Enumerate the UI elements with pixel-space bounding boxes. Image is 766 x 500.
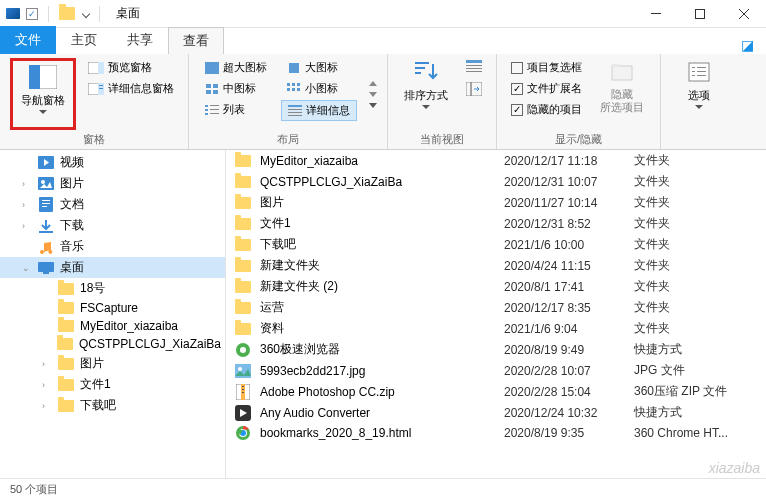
details-pane-button[interactable]: 详细信息窗格: [84, 79, 178, 98]
view-details[interactable]: 详细信息: [281, 100, 357, 121]
scroll-up-icon[interactable]: [369, 81, 377, 86]
view-list[interactable]: 列表: [199, 100, 273, 119]
expand-arrow[interactable]: ›: [42, 359, 52, 369]
item-count: 50 个项目: [10, 482, 58, 497]
file-row[interactable]: QCSTPPLCLGJ_XiaZaiBa2020/12/31 10:07文件夹: [226, 171, 766, 192]
svg-rect-49: [697, 75, 706, 76]
item-checkboxes-toggle[interactable]: 项目复选框: [507, 58, 586, 77]
close-button[interactable]: [722, 0, 766, 28]
svg-rect-30: [288, 112, 302, 113]
file-row[interactable]: 资料2021/1/6 9:04文件夹: [226, 318, 766, 339]
help-icon[interactable]: ◪: [738, 36, 756, 54]
add-columns-button[interactable]: [462, 58, 486, 76]
expand-arrow[interactable]: ›: [42, 401, 52, 411]
hidden-items-toggle[interactable]: ✓隐藏的项目: [507, 100, 586, 119]
tree-node[interactable]: ›图片: [0, 353, 225, 374]
nav-pane-button[interactable]: 导航窗格: [15, 63, 71, 114]
svg-point-52: [41, 180, 45, 184]
tree-label: 下载吧: [80, 397, 116, 414]
tab-share[interactable]: 共享: [112, 26, 168, 54]
tree-node[interactable]: 音乐: [0, 236, 225, 257]
qat-checkbox[interactable]: ✓: [26, 8, 38, 20]
ribbon-group-show-hide: 项目复选框 ✓文件扩展名 ✓隐藏的项目 隐藏 所选项目 显示/隐藏: [497, 54, 661, 149]
file-name: Adobe Photoshop CC.zip: [260, 385, 504, 399]
svg-point-61: [240, 347, 246, 353]
navigation-tree[interactable]: 视频›图片›文档›下载音乐⌄桌面18号FSCaptureMyEditor_xia…: [0, 150, 226, 478]
tab-view[interactable]: 查看: [168, 27, 224, 54]
sort-by-button[interactable]: 排序方式: [398, 58, 454, 130]
tree-node[interactable]: ›图片: [0, 173, 225, 194]
tree-node[interactable]: ›文档: [0, 194, 225, 215]
svg-rect-23: [292, 83, 295, 86]
expand-arrow[interactable]: ⌄: [22, 263, 32, 273]
file-list[interactable]: MyEditor_xiazaiba2020/12/17 11:18文件夹QCST…: [226, 150, 766, 478]
preview-pane-button[interactable]: 预览窗格: [84, 58, 178, 77]
tree-node[interactable]: 视频: [0, 152, 225, 173]
hide-selected-button[interactable]: 隐藏 所选项目: [594, 58, 650, 130]
file-row[interactable]: bookmarks_2020_8_19.html2020/8/19 9:3536…: [226, 423, 766, 443]
fold-icon: [234, 279, 252, 295]
qat-dropdown-icon[interactable]: [82, 9, 90, 17]
tab-file[interactable]: 文件: [0, 26, 56, 54]
expand-icon[interactable]: [369, 103, 377, 108]
tree-node[interactable]: MyEditor_xiazaiba: [0, 317, 225, 335]
expand-arrow[interactable]: ›: [22, 179, 32, 189]
tree-node[interactable]: FSCapture: [0, 299, 225, 317]
scroll-down-icon[interactable]: [369, 92, 377, 97]
file-row[interactable]: 文件12020/12/31 8:52文件夹: [226, 213, 766, 234]
svg-rect-33: [415, 67, 425, 69]
maximize-button[interactable]: [678, 0, 722, 28]
svg-rect-20: [210, 113, 219, 114]
file-row[interactable]: 新建文件夹 (2)2020/8/1 17:41文件夹: [226, 276, 766, 297]
minimize-button[interactable]: [634, 0, 678, 28]
file-name: 新建文件夹: [260, 257, 504, 274]
status-bar: 50 个项目: [0, 478, 766, 500]
view-xl-icons[interactable]: 超大图标: [199, 58, 273, 77]
file-row[interactable]: Any Audio Converter2020/12/24 10:32快捷方式: [226, 402, 766, 423]
view-s-icons[interactable]: 小图标: [281, 79, 357, 98]
tree-node[interactable]: 18号: [0, 278, 225, 299]
svg-rect-29: [288, 109, 302, 110]
tree-node[interactable]: ›下载: [0, 215, 225, 236]
expand-arrow[interactable]: ›: [42, 380, 52, 390]
tab-home[interactable]: 主页: [56, 26, 112, 54]
file-row[interactable]: 新建文件夹2020/4/24 11:15文件夹: [226, 255, 766, 276]
group-label-panes: 窗格: [10, 130, 178, 147]
tree-node[interactable]: QCSTPPLCLGJ_XiaZaiBa: [0, 335, 225, 353]
file-row[interactable]: 5993ecb2dd217.jpg2020/2/28 10:07JPG 文件: [226, 360, 766, 381]
expand-arrow[interactable]: ›: [22, 221, 32, 231]
file-type: 文件夹: [634, 152, 758, 169]
app-icon: [234, 342, 252, 358]
tree-node[interactable]: ⌄桌面: [0, 257, 225, 278]
file-name: 图片: [260, 194, 504, 211]
file-date: 2020/4/24 11:15: [504, 259, 634, 273]
zip-icon: [234, 384, 252, 400]
file-row[interactable]: MyEditor_xiazaiba2020/12/17 11:18文件夹: [226, 150, 766, 171]
file-row[interactable]: Adobe Photoshop CC.zip2020/2/28 15:04360…: [226, 381, 766, 402]
svg-rect-18: [210, 105, 219, 106]
svg-rect-12: [213, 84, 218, 88]
file-row[interactable]: 360极速浏览器2020/8/19 9:49快捷方式: [226, 339, 766, 360]
file-row[interactable]: 下载吧2021/1/6 10:00文件夹: [226, 234, 766, 255]
file-date: 2020/12/24 10:32: [504, 406, 634, 420]
svg-rect-10: [205, 62, 219, 74]
file-type: 文件夹: [634, 257, 758, 274]
video-icon: [38, 156, 54, 170]
file-row[interactable]: 图片2020/11/27 10:14文件夹: [226, 192, 766, 213]
view-m-icons[interactable]: 中图标: [199, 79, 273, 98]
svg-rect-42: [612, 64, 620, 67]
svg-rect-35: [466, 60, 482, 63]
svg-rect-26: [292, 88, 295, 91]
svg-rect-25: [287, 88, 290, 91]
tree-node[interactable]: ›文件1: [0, 374, 225, 395]
svg-rect-68: [242, 392, 244, 393]
options-button[interactable]: 选项: [671, 58, 727, 145]
expand-arrow[interactable]: ›: [22, 200, 32, 210]
file-row[interactable]: 运营2020/12/17 8:35文件夹: [226, 297, 766, 318]
size-columns-button[interactable]: [462, 80, 486, 98]
tree-node[interactable]: ›下载吧: [0, 395, 225, 416]
file-date: 2021/1/6 9:04: [504, 322, 634, 336]
file-extensions-toggle[interactable]: ✓文件扩展名: [507, 79, 586, 98]
file-name: 下载吧: [260, 236, 504, 253]
view-l-icons[interactable]: 大图标: [281, 58, 357, 77]
